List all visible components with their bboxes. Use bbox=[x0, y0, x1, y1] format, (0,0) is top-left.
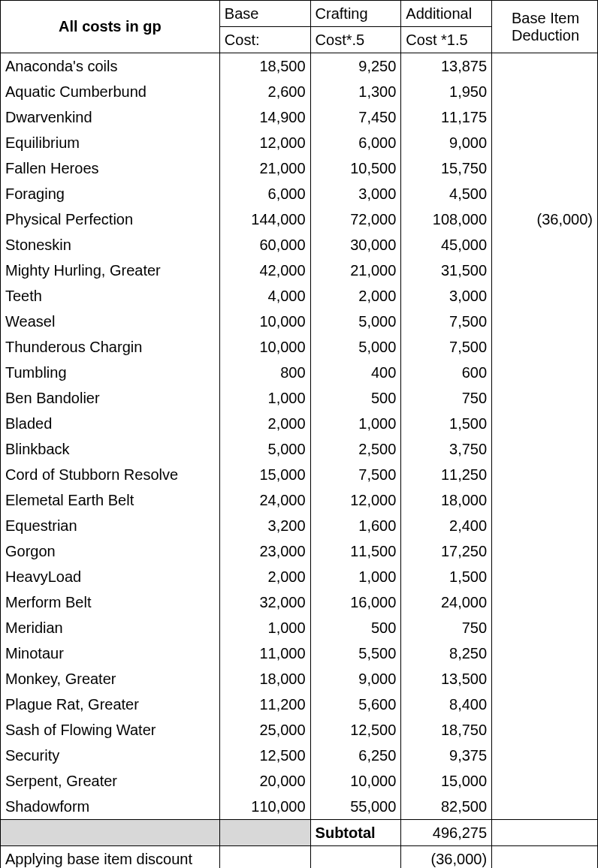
base-cost: 5,000 bbox=[219, 436, 310, 462]
item-name: Teeth bbox=[1, 283, 220, 309]
item-name: Equilibrium bbox=[1, 130, 220, 155]
base-cost: 10,000 bbox=[219, 309, 310, 334]
table-row: Tumbling800400600 bbox=[1, 360, 598, 385]
hdr-ded: Base ItemDeduction bbox=[492, 1, 598, 53]
base-cost: 23,000 bbox=[219, 538, 310, 564]
base-cost: 18,500 bbox=[219, 53, 310, 80]
deduction bbox=[492, 360, 598, 385]
table-row: Meridian1,000500750 bbox=[1, 615, 598, 640]
base-cost: 20,000 bbox=[219, 768, 310, 794]
add-cost: 1,500 bbox=[401, 411, 492, 436]
table-row: Merform Belt32,00016,00024,000 bbox=[1, 589, 598, 615]
add-cost: 18,750 bbox=[401, 717, 492, 743]
item-name: Thunderous Chargin bbox=[1, 334, 220, 360]
table-row: Monkey, Greater18,0009,00013,500 bbox=[1, 666, 598, 692]
discount-spacer-2 bbox=[310, 846, 401, 869]
craft-cost: 5,000 bbox=[310, 309, 401, 334]
craft-cost: 5,600 bbox=[310, 692, 401, 717]
subtotal-label: Subtotal bbox=[310, 820, 401, 846]
add-cost: 3,750 bbox=[401, 436, 492, 462]
add-cost: 18,000 bbox=[401, 487, 492, 513]
deduction bbox=[492, 258, 598, 283]
item-name: Tumbling bbox=[1, 360, 220, 385]
craft-cost: 72,000 bbox=[310, 206, 401, 232]
table-row: Ben Bandolier1,000500750 bbox=[1, 385, 598, 411]
deduction bbox=[492, 309, 598, 334]
base-cost: 4,000 bbox=[219, 283, 310, 309]
base-cost: 12,000 bbox=[219, 130, 310, 155]
table-row: Mighty Hurling, Greater42,00021,00031,50… bbox=[1, 258, 598, 283]
base-cost: 11,000 bbox=[219, 640, 310, 666]
deduction bbox=[492, 155, 598, 181]
subtotal-ded bbox=[492, 820, 598, 846]
base-cost: 14,900 bbox=[219, 104, 310, 130]
table-row: Foraging6,0003,0004,500 bbox=[1, 181, 598, 206]
deduction bbox=[492, 589, 598, 615]
item-name: Weasel bbox=[1, 309, 220, 334]
craft-cost: 10,500 bbox=[310, 155, 401, 181]
hdr-base-top: Base bbox=[219, 1, 310, 27]
deduction bbox=[492, 411, 598, 436]
craft-cost: 6,250 bbox=[310, 743, 401, 768]
deduction bbox=[492, 768, 598, 794]
item-name: Shadowform bbox=[1, 794, 220, 820]
deduction bbox=[492, 79, 598, 104]
table-row: Cord of Stubborn Resolve15,0007,50011,25… bbox=[1, 462, 598, 487]
add-cost: 8,400 bbox=[401, 692, 492, 717]
add-cost: 3,000 bbox=[401, 283, 492, 309]
base-cost: 60,000 bbox=[219, 232, 310, 258]
item-name: Fallen Heroes bbox=[1, 155, 220, 181]
craft-cost: 11,500 bbox=[310, 538, 401, 564]
craft-cost: 500 bbox=[310, 615, 401, 640]
table-row: Gorgon23,00011,50017,250 bbox=[1, 538, 598, 564]
deduction: (36,000) bbox=[492, 206, 598, 232]
item-name: Gorgon bbox=[1, 538, 220, 564]
base-cost: 1,000 bbox=[219, 615, 310, 640]
craft-cost: 1,000 bbox=[310, 411, 401, 436]
table-row: Aquatic Cumberbund2,6001,3001,950 bbox=[1, 79, 598, 104]
add-cost: 1,950 bbox=[401, 79, 492, 104]
table-row: Plague Rat, Greater11,2005,6008,400 bbox=[1, 692, 598, 717]
subtotal-spacer-2 bbox=[219, 820, 310, 846]
item-name: Cord of Stubborn Resolve bbox=[1, 462, 220, 487]
discount-value: (36,000) bbox=[401, 846, 492, 869]
item-name: Ben Bandolier bbox=[1, 385, 220, 411]
deduction bbox=[492, 334, 598, 360]
add-cost: 7,500 bbox=[401, 334, 492, 360]
deduction bbox=[492, 743, 598, 768]
add-cost: 24,000 bbox=[401, 589, 492, 615]
item-name: Merform Belt bbox=[1, 589, 220, 615]
craft-cost: 9,250 bbox=[310, 53, 401, 80]
table-row: Teeth4,0002,0003,000 bbox=[1, 283, 598, 309]
add-cost: 13,500 bbox=[401, 666, 492, 692]
item-name: Serpent, Greater bbox=[1, 768, 220, 794]
item-name: Mighty Hurling, Greater bbox=[1, 258, 220, 283]
item-name: Meridian bbox=[1, 615, 220, 640]
table-row: Shadowform110,00055,00082,500 bbox=[1, 794, 598, 820]
craft-cost: 12,500 bbox=[310, 717, 401, 743]
add-cost: 9,000 bbox=[401, 130, 492, 155]
deduction bbox=[492, 436, 598, 462]
deduction bbox=[492, 130, 598, 155]
craft-cost: 1,300 bbox=[310, 79, 401, 104]
deduction bbox=[492, 564, 598, 589]
discount-spacer-1 bbox=[219, 846, 310, 869]
add-cost: 45,000 bbox=[401, 232, 492, 258]
table-row: Bladed2,0001,0001,500 bbox=[1, 411, 598, 436]
deduction bbox=[492, 385, 598, 411]
craft-cost: 30,000 bbox=[310, 232, 401, 258]
base-cost: 110,000 bbox=[219, 794, 310, 820]
base-cost: 15,000 bbox=[219, 462, 310, 487]
item-name: HeavyLoad bbox=[1, 564, 220, 589]
craft-cost: 3,000 bbox=[310, 181, 401, 206]
add-cost: 750 bbox=[401, 615, 492, 640]
craft-cost: 6,000 bbox=[310, 130, 401, 155]
add-cost: 31,500 bbox=[401, 258, 492, 283]
hdr-craft-top: Crafting bbox=[310, 1, 401, 27]
craft-cost: 5,500 bbox=[310, 640, 401, 666]
deduction bbox=[492, 615, 598, 640]
item-name: Sash of Flowing Water bbox=[1, 717, 220, 743]
deduction bbox=[492, 232, 598, 258]
table-row: Stoneskin60,00030,00045,000 bbox=[1, 232, 598, 258]
craft-cost: 500 bbox=[310, 385, 401, 411]
